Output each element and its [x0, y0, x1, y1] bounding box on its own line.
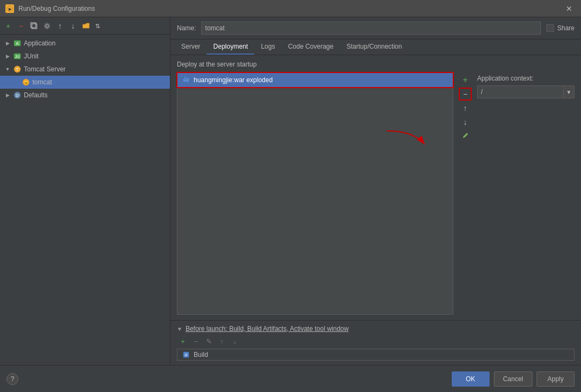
svg-rect-2 — [32, 24, 37, 29]
side-buttons: + − ↑ ↓ — [458, 72, 473, 315]
before-launch-section: ▼ Before launch: Build, Build Artifacts,… — [170, 320, 581, 365]
deploy-item-label: huangmingjie:war exploded — [194, 76, 273, 84]
deploy-list-area: huangmingjie:war exploded — [177, 72, 453, 315]
move-up-button[interactable]: ↑ — [54, 20, 66, 32]
svg-text:T: T — [16, 67, 19, 72]
remove-deploy-button[interactable]: − — [459, 88, 472, 101]
before-launch-edit-button[interactable]: ✎ — [203, 336, 215, 347]
svg-point-4 — [46, 24, 49, 27]
help-button[interactable]: ? — [6, 373, 18, 385]
bottom-bar: ? OK Cancel Apply — [0, 365, 581, 392]
build-item[interactable]: # Build — [177, 349, 575, 361]
folder-button[interactable] — [80, 20, 92, 32]
before-launch-toolbar: + − ✎ ↑ ↓ — [177, 336, 575, 347]
sidebar-item-label-tomcat-server: Tomcat Server — [24, 65, 65, 73]
svg-rect-17 — [184, 77, 187, 79]
cancel-button[interactable]: Cancel — [494, 371, 532, 387]
sidebar-item-label-junit: JUnit — [24, 52, 38, 60]
svg-text:#: # — [185, 353, 188, 357]
tomcat-server-icon: T — [13, 65, 22, 74]
deploy-item-war[interactable]: huangmingjie:war exploded — [177, 73, 453, 87]
sort-button[interactable]: ⇅ — [93, 20, 105, 32]
context-input[interactable] — [477, 85, 564, 98]
build-icon: # — [182, 350, 190, 359]
expand-arrow-application: ▶ — [4, 40, 11, 46]
add-deploy-button[interactable]: + — [459, 74, 472, 87]
svg-text:JU: JU — [15, 55, 20, 58]
sidebar-item-label-tomcat: tomcat — [32, 78, 52, 86]
settings-config-button[interactable] — [41, 20, 53, 32]
expand-arrow-junit: ▶ — [4, 53, 11, 59]
application-icon: A — [13, 39, 22, 48]
deployment-panel: Deploy at the server startup — [170, 55, 581, 320]
close-button[interactable]: ✕ — [563, 3, 576, 14]
collapse-arrow[interactable]: ▼ — [177, 326, 182, 332]
name-label: Name: — [177, 24, 196, 32]
tab-startup-connection[interactable]: Startup/Connection — [340, 39, 408, 55]
expand-arrow-tomcat-server: ▼ — [4, 66, 11, 72]
svg-text:A: A — [16, 41, 19, 46]
app-context-area: Application context: ▼ — [477, 72, 575, 315]
tomcat-icon: 🐱 — [22, 78, 30, 87]
remove-config-button[interactable]: − — [15, 20, 27, 32]
share-checkbox[interactable] — [546, 24, 554, 32]
sidebar-item-application[interactable]: ▶ A Application — [0, 37, 170, 50]
tab-code-coverage[interactable]: Code Coverage — [281, 39, 340, 55]
window-title: Run/Debug Configurations — [18, 5, 95, 12]
deploy-content: huangmingjie:war exploded + − ↑ ↓ — [177, 72, 575, 315]
ok-button[interactable]: OK — [452, 371, 490, 387]
sidebar-item-tomcat[interactable]: 🐱 tomcat — [0, 76, 170, 89]
share-label: Share — [557, 24, 575, 32]
apply-button[interactable]: Apply — [537, 371, 575, 387]
name-bar: Name: Share — [170, 17, 581, 39]
deploy-up-button[interactable]: ↑ — [459, 102, 472, 115]
titlebar: ▶ Run/Debug Configurations ✕ — [0, 0, 581, 17]
expand-arrow-defaults: ▶ — [4, 92, 11, 98]
context-dropdown-button[interactable]: ▼ — [564, 85, 575, 98]
sidebar-toolbar: + − ↑ ↓ — [0, 17, 170, 35]
svg-text:D: D — [16, 93, 19, 98]
before-launch-down-button[interactable]: ↓ — [229, 336, 241, 347]
svg-text:⇅: ⇅ — [95, 23, 100, 29]
junit-icon: JU — [13, 52, 22, 61]
before-launch-up-button[interactable]: ↑ — [216, 336, 228, 347]
before-launch-remove-button[interactable]: − — [190, 336, 202, 347]
deploy-edit-button[interactable] — [459, 130, 472, 143]
sidebar-item-tomcat-server[interactable]: ▼ T Tomcat Server — [0, 63, 170, 76]
app-context-label: Application context: — [477, 75, 575, 82]
app-context-select: ▼ — [477, 85, 575, 98]
tab-logs[interactable]: Logs — [254, 39, 281, 55]
name-input[interactable] — [201, 22, 541, 35]
share-area: Share — [546, 24, 575, 32]
tab-deployment[interactable]: Deployment — [207, 39, 254, 55]
svg-rect-3 — [31, 23, 36, 28]
before-launch-title[interactable]: Before launch: Build, Build Artifacts, A… — [186, 325, 349, 333]
copy-config-button[interactable] — [28, 20, 40, 32]
tabs-bar: Server Deployment Logs Code Coverage Sta… — [170, 39, 581, 55]
sidebar: + − ↑ ↓ — [0, 17, 170, 365]
sidebar-item-label-application: Application — [24, 39, 56, 47]
tab-server[interactable]: Server — [175, 39, 207, 55]
before-launch-header: ▼ Before launch: Build, Build Artifacts,… — [177, 325, 575, 333]
sidebar-item-junit[interactable]: ▶ JU JUnit — [0, 50, 170, 63]
defaults-icon: D — [13, 91, 22, 99]
move-down-button[interactable]: ↓ — [67, 20, 79, 32]
right-panel: Name: Share Server Deployment Logs Code … — [170, 17, 581, 365]
action-buttons: OK Cancel Apply — [452, 371, 575, 387]
svg-text:🐱: 🐱 — [24, 80, 29, 85]
sidebar-item-defaults[interactable]: ▶ D Defaults — [0, 89, 170, 102]
deploy-down-button[interactable]: ↓ — [459, 116, 472, 129]
sidebar-item-label-defaults: Defaults — [24, 91, 48, 99]
window-icon: ▶ — [5, 4, 14, 13]
deploy-label: Deploy at the server startup — [177, 61, 575, 68]
build-item-label: Build — [194, 351, 208, 358]
add-config-button[interactable]: + — [2, 20, 14, 32]
before-launch-add-button[interactable]: + — [177, 336, 189, 347]
sidebar-tree: ▶ A Application ▶ JU — [0, 35, 170, 365]
deploy-item-icon — [182, 76, 190, 84]
